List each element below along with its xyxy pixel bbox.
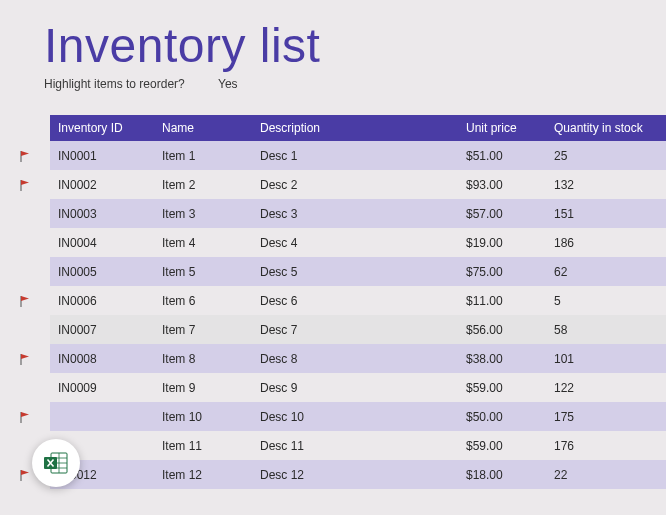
cell-description[interactable]: Desc 8 — [252, 344, 458, 373]
cell-name[interactable]: Item 7 — [154, 315, 252, 344]
cell-unit-price[interactable]: $18.00 — [458, 460, 546, 489]
flag-cell[interactable] — [0, 228, 50, 257]
cell-qty[interactable]: 122 — [546, 373, 666, 402]
cell-unit-price[interactable]: $75.00 — [458, 257, 546, 286]
excel-icon — [43, 450, 69, 476]
cell-qty[interactable]: 22 — [546, 460, 666, 489]
header-inventory-id[interactable]: Inventory ID — [50, 115, 154, 141]
cell-unit-price[interactable]: $59.00 — [458, 431, 546, 460]
cell-unit-price[interactable]: $51.00 — [458, 141, 546, 170]
cell-inventory-id[interactable]: IN0004 — [50, 228, 154, 257]
cell-inventory-id[interactable]: IN0009 — [50, 373, 154, 402]
cell-description[interactable]: Desc 3 — [252, 199, 458, 228]
cell-description[interactable]: Desc 11 — [252, 431, 458, 460]
flag-cell[interactable] — [0, 170, 50, 199]
table-row[interactable]: IN0003Item 3Desc 3$57.00151$8,607.00 — [0, 199, 666, 228]
cell-qty[interactable]: 186 — [546, 228, 666, 257]
cell-qty[interactable]: 132 — [546, 170, 666, 199]
cell-name[interactable]: Item 5 — [154, 257, 252, 286]
cell-name[interactable]: Item 3 — [154, 199, 252, 228]
cell-name[interactable]: Item 10 — [154, 402, 252, 431]
highlight-row: Highlight items to reorder? Yes — [44, 77, 666, 91]
cell-description[interactable]: Desc 10 — [252, 402, 458, 431]
flag-icon — [18, 410, 32, 424]
cell-unit-price[interactable]: $59.00 — [458, 373, 546, 402]
flag-cell[interactable] — [0, 373, 50, 402]
cell-unit-price[interactable]: $50.00 — [458, 402, 546, 431]
cell-qty[interactable]: 25 — [546, 141, 666, 170]
flag-cell[interactable] — [0, 257, 50, 286]
cell-name[interactable]: Item 6 — [154, 286, 252, 315]
cell-description[interactable]: Desc 1 — [252, 141, 458, 170]
cell-qty[interactable]: 101 — [546, 344, 666, 373]
table-row[interactable]: IN0012Item 12Desc 12$18.0022$396.00 — [0, 460, 666, 489]
cell-description[interactable]: Desc 6 — [252, 286, 458, 315]
table-row[interactable]: IN0007Item 7Desc 7$56.0058$3,248.00 — [0, 315, 666, 344]
cell-qty[interactable]: 5 — [546, 286, 666, 315]
cell-description[interactable]: Desc 5 — [252, 257, 458, 286]
cell-unit-price[interactable]: $56.00 — [458, 315, 546, 344]
flag-cell[interactable] — [0, 141, 50, 170]
flag-icon — [18, 294, 32, 308]
flag-cell[interactable] — [0, 315, 50, 344]
cell-unit-price[interactable]: $19.00 — [458, 228, 546, 257]
table-row[interactable]: IN0006Item 6Desc 6$11.005$55.00 — [0, 286, 666, 315]
cell-name[interactable]: Item 9 — [154, 373, 252, 402]
cell-name[interactable]: Item 11 — [154, 431, 252, 460]
cell-name[interactable]: Item 8 — [154, 344, 252, 373]
flag-cell[interactable] — [0, 402, 50, 431]
highlight-label: Highlight items to reorder? — [44, 77, 218, 91]
table-row[interactable]: IN0001Item 1Desc 1$51.0025$1,275.00 — [0, 141, 666, 170]
flag-icon — [18, 178, 32, 192]
cell-description[interactable]: Desc 9 — [252, 373, 458, 402]
cell-qty[interactable]: 175 — [546, 402, 666, 431]
header-qty[interactable]: Quantity in stock — [546, 115, 666, 141]
flag-icon — [18, 352, 32, 366]
cell-inventory-id[interactable]: IN0005 — [50, 257, 154, 286]
cell-unit-price[interactable]: $38.00 — [458, 344, 546, 373]
cell-unit-price[interactable]: $93.00 — [458, 170, 546, 199]
cell-name[interactable]: Item 4 — [154, 228, 252, 257]
flag-cell[interactable] — [0, 286, 50, 315]
header-description[interactable]: Description — [252, 115, 458, 141]
table-header: Inventory ID Name Description Unit price… — [0, 115, 666, 141]
cell-inventory-id[interactable]: IN0007 — [50, 315, 154, 344]
header-name[interactable]: Name — [154, 115, 252, 141]
cell-inventory-id[interactable] — [50, 402, 154, 431]
flag-icon — [18, 149, 32, 163]
cell-qty[interactable]: 176 — [546, 431, 666, 460]
cell-inventory-id[interactable]: IN0008 — [50, 344, 154, 373]
cell-name[interactable]: Item 12 — [154, 460, 252, 489]
cell-name[interactable]: Item 2 — [154, 170, 252, 199]
cell-inventory-id[interactable]: IN0002 — [50, 170, 154, 199]
cell-unit-price[interactable]: $11.00 — [458, 286, 546, 315]
table-row[interactable]: IN0002Item 2Desc 2$93.00132$12,276.00 — [0, 170, 666, 199]
cell-qty[interactable]: 151 — [546, 199, 666, 228]
header-unit-price[interactable]: Unit price — [458, 115, 546, 141]
highlight-value[interactable]: Yes — [218, 77, 238, 91]
table-row[interactable]: IN0008Item 8Desc 8$38.00101$3,838.00 — [0, 344, 666, 373]
table-row[interactable]: IN0009Item 9Desc 9$59.00122$7,198.00 — [0, 373, 666, 402]
flag-cell[interactable] — [0, 199, 50, 228]
flag-cell[interactable] — [0, 344, 50, 373]
page-title: Inventory list — [44, 18, 666, 73]
cell-description[interactable]: Desc 2 — [252, 170, 458, 199]
table-row[interactable]: IN0004Item 4Desc 4$19.00186$3,534.00 — [0, 228, 666, 257]
cell-inventory-id[interactable]: IN0003 — [50, 199, 154, 228]
cell-name[interactable]: Item 1 — [154, 141, 252, 170]
cell-inventory-id[interactable]: IN0001 — [50, 141, 154, 170]
inventory-page: Inventory list Highlight items to reorde… — [0, 0, 666, 489]
cell-description[interactable]: Desc 4 — [252, 228, 458, 257]
cell-description[interactable]: Desc 7 — [252, 315, 458, 344]
excel-button[interactable] — [32, 439, 80, 487]
table-row[interactable]: Item 11Desc 11$59.00176$10,384.00 — [0, 431, 666, 460]
cell-unit-price[interactable]: $57.00 — [458, 199, 546, 228]
table-row[interactable]: IN0005Item 5Desc 5$75.0062$4,650.00 — [0, 257, 666, 286]
cell-qty[interactable]: 62 — [546, 257, 666, 286]
inventory-table: Inventory ID Name Description Unit price… — [0, 115, 666, 489]
cell-qty[interactable]: 58 — [546, 315, 666, 344]
header-flag — [0, 115, 50, 141]
table-row[interactable]: Item 10Desc 10$50.00175$8,750.00 — [0, 402, 666, 431]
cell-description[interactable]: Desc 12 — [252, 460, 458, 489]
cell-inventory-id[interactable]: IN0006 — [50, 286, 154, 315]
